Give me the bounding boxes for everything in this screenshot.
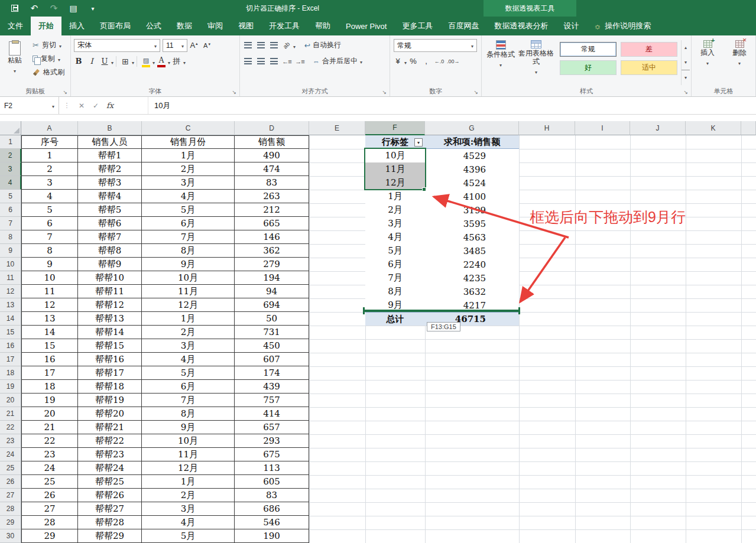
cell-B3[interactable]: 帮帮2 xyxy=(78,162,142,176)
column-header-H[interactable]: H xyxy=(519,121,575,135)
cell-B28[interactable]: 帮帮27 xyxy=(78,502,142,516)
row-header-27[interactable]: 27 xyxy=(0,489,21,502)
cell-F8[interactable]: 4月 xyxy=(365,230,425,244)
redo-button[interactable] xyxy=(48,3,59,14)
cell-B18[interactable]: 帮帮17 xyxy=(78,366,142,380)
align-right-button[interactable] xyxy=(267,55,280,68)
cell-D23[interactable]: 293 xyxy=(235,434,309,448)
row-header-8[interactable]: 8 xyxy=(0,230,21,244)
column-header-K[interactable]: K xyxy=(686,121,741,135)
cell-style-好[interactable]: 好 xyxy=(560,60,617,75)
row-header-16[interactable]: 16 xyxy=(0,339,21,353)
cell-G6[interactable]: 3199 xyxy=(425,203,519,217)
cell-A26[interactable]: 25 xyxy=(21,475,78,489)
cell-D11[interactable]: 194 xyxy=(235,271,309,285)
cell-F11[interactable]: 7月 xyxy=(365,271,425,285)
cell-A7[interactable]: 6 xyxy=(21,217,78,230)
cell-D4[interactable]: 83 xyxy=(235,176,309,190)
row-header-10[interactable]: 10 xyxy=(0,258,21,271)
cell-B4[interactable]: 帮帮3 xyxy=(78,176,142,190)
cell-B7[interactable]: 帮帮6 xyxy=(78,217,142,230)
row-header-25[interactable]: 25 xyxy=(0,461,21,475)
cell-A29[interactable]: 28 xyxy=(21,516,78,529)
cell-B26[interactable]: 帮帮25 xyxy=(78,475,142,489)
column-header-J[interactable]: J xyxy=(630,121,686,135)
align-left-button[interactable] xyxy=(241,55,254,68)
cell-D9[interactable]: 362 xyxy=(235,244,309,258)
cell-B25[interactable]: 帮帮24 xyxy=(78,461,142,475)
formula-input[interactable]: 10月 xyxy=(148,97,756,114)
cell-C7[interactable]: 6月 xyxy=(142,217,235,230)
column-header-I[interactable]: I xyxy=(575,121,630,135)
enter-button[interactable] xyxy=(89,97,103,114)
clipboard-dialog-launcher[interactable] xyxy=(63,89,67,95)
cell-D6[interactable]: 212 xyxy=(235,203,309,217)
insert-function-button[interactable]: fx xyxy=(103,97,117,114)
cell-C17[interactable]: 4月 xyxy=(142,353,235,366)
row-header-30[interactable]: 30 xyxy=(0,529,21,543)
row-header-24[interactable]: 24 xyxy=(0,448,21,461)
cell-C16[interactable]: 3月 xyxy=(142,339,235,353)
borders-button[interactable] xyxy=(119,55,132,68)
row-header-9[interactable]: 9 xyxy=(0,244,21,258)
comma-style-button[interactable]: , xyxy=(420,55,433,68)
cell-A2[interactable]: 1 xyxy=(21,149,78,162)
cell-D16[interactable]: 450 xyxy=(235,339,309,353)
merge-center-button[interactable]: 合并后居中 xyxy=(310,55,365,68)
gallery-more-button[interactable] xyxy=(682,70,690,85)
cell-D5[interactable]: 263 xyxy=(235,190,309,203)
row-header-20[interactable]: 20 xyxy=(0,394,21,407)
cell-A11[interactable]: 10 xyxy=(21,271,78,285)
tab-review[interactable]: 审阅 xyxy=(200,17,231,35)
cell-C28[interactable]: 3月 xyxy=(142,502,235,516)
format-as-table-button[interactable]: 套用表格格式 xyxy=(518,37,554,86)
cell-G2[interactable]: 4529 xyxy=(425,149,519,162)
row-header-28[interactable]: 28 xyxy=(0,502,21,516)
cell-B23[interactable]: 帮帮22 xyxy=(78,434,142,448)
cell-F9[interactable]: 5月 xyxy=(365,244,425,258)
cell-B1[interactable]: 销售人员 xyxy=(78,135,142,149)
cell-B12[interactable]: 帮帮11 xyxy=(78,285,142,298)
column-header-B[interactable]: B xyxy=(78,121,142,135)
row-header-26[interactable]: 26 xyxy=(0,475,21,489)
cell-C3[interactable]: 2月 xyxy=(142,162,235,176)
cell-C9[interactable]: 8月 xyxy=(142,244,235,258)
cancel-button[interactable] xyxy=(74,97,89,114)
row-header-17[interactable]: 17 xyxy=(0,353,21,366)
tab-home[interactable]: 开始 xyxy=(31,17,61,35)
cell-D12[interactable]: 94 xyxy=(235,285,309,298)
cell-B27[interactable]: 帮帮26 xyxy=(78,489,142,502)
row-header-11[interactable]: 11 xyxy=(0,271,21,285)
row-header-2[interactable]: 2 xyxy=(0,149,21,162)
cell-C18[interactable]: 5月 xyxy=(142,366,235,380)
cell-B30[interactable]: 帮帮29 xyxy=(78,529,142,543)
gallery-down-button[interactable] xyxy=(682,55,690,70)
cell-A24[interactable]: 23 xyxy=(21,448,78,461)
tab-power-pivot[interactable]: Power Pivot xyxy=(338,17,394,35)
cell-G10[interactable]: 2240 xyxy=(425,258,519,271)
cell-A25[interactable]: 24 xyxy=(21,461,78,475)
cell-F5[interactable]: 1月 xyxy=(365,190,425,203)
cell-A10[interactable]: 9 xyxy=(21,258,78,271)
cell-G3[interactable]: 4396 xyxy=(425,162,519,176)
tab-formulas[interactable]: 公式 xyxy=(138,17,169,35)
save-button[interactable] xyxy=(9,3,20,14)
cell-C26[interactable]: 1月 xyxy=(142,475,235,489)
cell-F6[interactable]: 2月 xyxy=(365,203,425,217)
cell-A15[interactable]: 14 xyxy=(21,326,78,339)
number-format-select[interactable]: 常规 xyxy=(394,39,477,52)
cell-C1[interactable]: 销售月份 xyxy=(142,135,235,149)
cell-A28[interactable]: 27 xyxy=(21,502,78,516)
font-name-select[interactable]: 宋体 xyxy=(74,39,160,52)
cell-D24[interactable]: 675 xyxy=(235,448,309,461)
row-header-21[interactable]: 21 xyxy=(0,407,21,421)
row-header-22[interactable]: 22 xyxy=(0,421,21,434)
column-header-G[interactable]: G xyxy=(425,121,519,135)
cell-C25[interactable]: 12月 xyxy=(142,461,235,475)
cell-G8[interactable]: 4563 xyxy=(425,230,519,244)
cell-F12[interactable]: 8月 xyxy=(365,285,425,298)
cell-D1[interactable]: 销售额 xyxy=(235,135,309,149)
cell-D13[interactable]: 694 xyxy=(235,298,309,312)
cell-C30[interactable]: 5月 xyxy=(142,529,235,543)
alignment-dialog-launcher[interactable] xyxy=(382,89,387,95)
